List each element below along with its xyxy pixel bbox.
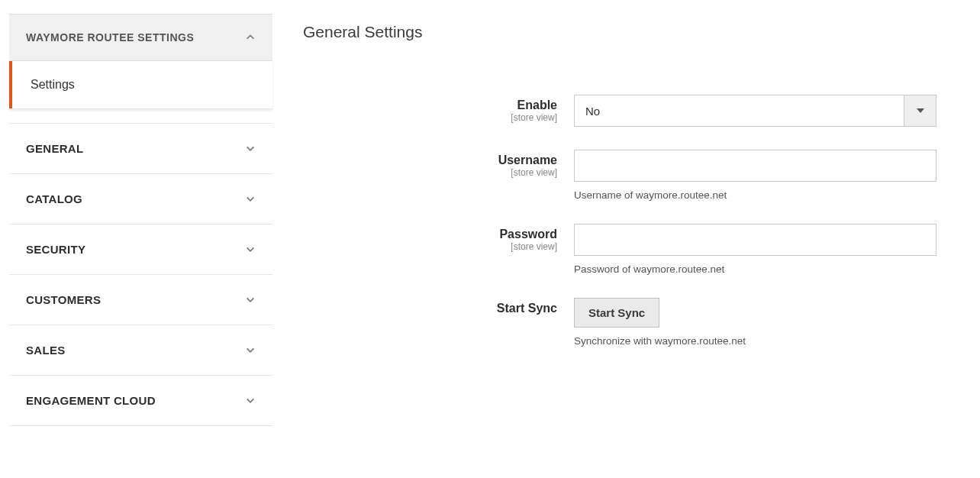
sidebar-section-label: CATALOG: [26, 192, 82, 205]
chevron-down-icon: [245, 244, 256, 255]
username-help: Username of waymore.routee.net: [574, 189, 936, 201]
username-input[interactable]: [574, 150, 936, 182]
form-row-username: Username [store view] Username of waymor…: [303, 150, 949, 201]
sidebar-section-catalog[interactable]: CATALOG: [9, 174, 272, 224]
password-input[interactable]: [574, 224, 936, 256]
start-sync-help: Synchronize with waymore.routee.net: [574, 335, 936, 347]
dropdown-icon: [904, 95, 936, 126]
form-control-col: No: [574, 95, 936, 127]
sidebar-section-label: SECURITY: [26, 243, 85, 256]
sidebar-section-engagement-cloud[interactable]: ENGAGEMENT CLOUD: [9, 376, 272, 426]
chevron-down-icon: [245, 144, 256, 154]
scope-label: [store view]: [303, 241, 557, 252]
form-row-password: Password [store view] Password of waymor…: [303, 224, 949, 275]
form-label-col: Start Sync: [303, 298, 574, 315]
config-sidebar: WAYMORE ROUTEE SETTINGS Settings GENERAL…: [9, 14, 272, 426]
chevron-down-icon: [245, 194, 256, 205]
password-label: Password: [303, 227, 557, 241]
start-sync-button[interactable]: Start Sync: [574, 298, 659, 328]
page-title: General Settings: [303, 23, 949, 41]
chevron-down-icon: [245, 345, 256, 356]
page-layout: WAYMORE ROUTEE SETTINGS Settings GENERAL…: [0, 0, 980, 426]
sidebar-subitem-label: Settings: [31, 78, 75, 91]
sidebar-section-security[interactable]: SECURITY: [9, 224, 272, 275]
sidebar-section-customers[interactable]: CUSTOMERS: [9, 275, 272, 325]
form-row-enable: Enable [store view] No: [303, 95, 949, 127]
sidebar-section-label: ENGAGEMENT CLOUD: [26, 394, 156, 407]
chevron-down-icon: [245, 295, 256, 305]
form-label-col: Enable [store view]: [303, 95, 574, 123]
scope-label: [store view]: [303, 167, 557, 178]
form-control-col: Password of waymore.routee.net: [574, 224, 936, 275]
enable-select-value: No: [575, 95, 904, 126]
svg-marker-0: [917, 108, 924, 113]
chevron-up-icon: [245, 32, 256, 43]
enable-select[interactable]: No: [574, 95, 936, 127]
chevron-down-icon: [245, 396, 256, 406]
enable-label: Enable: [303, 98, 557, 112]
main-content: General Settings Enable [store view] No …: [272, 14, 980, 426]
sidebar-section-waymore-routee[interactable]: WAYMORE ROUTEE SETTINGS: [9, 14, 272, 61]
sidebar-section-general[interactable]: GENERAL: [9, 123, 272, 174]
sidebar-section-sales[interactable]: SALES: [9, 325, 272, 376]
username-label: Username: [303, 153, 557, 167]
form-row-start-sync: Start Sync Start Sync Synchronize with w…: [303, 298, 949, 347]
form-control-col: Start Sync Synchronize with waymore.rout…: [574, 298, 936, 347]
scope-label: [store view]: [303, 112, 557, 123]
sidebar-subitem-settings[interactable]: Settings: [9, 61, 272, 108]
form-label-col: Username [store view]: [303, 150, 574, 178]
sidebar-section-label: CUSTOMERS: [26, 293, 101, 306]
sidebar-section-label: WAYMORE ROUTEE SETTINGS: [26, 31, 194, 44]
password-help: Password of waymore.routee.net: [574, 263, 936, 275]
sidebar-subitems: Settings: [9, 61, 272, 109]
form-control-col: Username of waymore.routee.net: [574, 150, 936, 201]
sidebar-section-label: GENERAL: [26, 142, 83, 155]
form-label-col: Password [store view]: [303, 224, 574, 252]
sidebar-section-label: SALES: [26, 344, 66, 357]
start-sync-label: Start Sync: [303, 301, 557, 315]
